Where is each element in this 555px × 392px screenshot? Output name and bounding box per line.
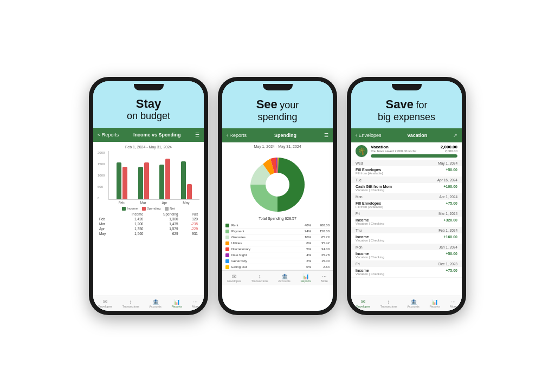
phone-1-chart-area: Feb 1, 2024 - May 31, 2024 2000 1500 100…	[93, 142, 204, 296]
table-row-feb: Feb 1,420 1,300 120	[98, 217, 199, 221]
accounts-icon-2: 🏦	[281, 273, 288, 279]
phone-2-wrapper: See yourspending ‹ Reports Spending ☰ Ma…	[218, 77, 337, 315]
phone-1-header: Stay on budget	[93, 93, 204, 128]
vacation-envelope-icon: 🌴	[356, 145, 367, 157]
savings-progress-container	[371, 154, 457, 158]
bar-feb-spending	[122, 167, 127, 199]
trans-income-feb[interactable]: Income +160.00 Vacation | Checking	[351, 233, 462, 244]
savings-name: Vacation	[371, 145, 389, 149]
nav-item-accounts-2[interactable]: 🏦 Accounts	[278, 273, 291, 283]
bar-may-income	[181, 161, 186, 199]
savings-sub-row: You have saved 2,000.00 so far 2,000.00	[371, 149, 457, 153]
spending-row-eatingout: Eating Out 0% 2.64	[225, 264, 330, 270]
trans-fill-envelopes-1-sub: Fill from [Available]	[356, 172, 457, 175]
bar-group-mar	[138, 162, 149, 199]
bar-may-spending	[187, 184, 192, 199]
legend-spending: Spending	[142, 207, 160, 211]
legend-income: Income	[122, 207, 138, 211]
phone-2-content: ‹ Reports Spending ☰ May 1, 2024 - May 3…	[222, 128, 333, 311]
svg-point-0	[266, 173, 289, 197]
nav-item-transactions-2[interactable]: ↕ Transactions	[251, 273, 268, 283]
table-row-mar: Mar 1,200 1,435 -235	[98, 221, 199, 226]
trans-fill-envelopes-2-sub: Fill from [Available]	[356, 205, 457, 208]
spending-row-discretionary: Discretionary 5% 34.00	[225, 246, 330, 252]
savings-header-row: 🌴 Vacation 2,000.00 You have saved 2,000…	[356, 145, 457, 158]
reports-icon-1: 📊	[173, 299, 180, 304]
phone-3-content: ‹ Envelopes Vacation ↗ 🌴 Vacation 2,000.…	[351, 128, 462, 311]
nav-item-accounts-1[interactable]: 🏦 Accounts	[149, 299, 162, 308]
savings-title-row: Vacation 2,000.00	[371, 145, 457, 149]
transactions-icon-1: ↕	[127, 299, 134, 304]
savings-header: 🌴 Vacation 2,000.00 You have saved 2,000…	[351, 142, 462, 160]
income-spending-table: Income Spending Net Feb 1,420 1,300	[98, 212, 199, 236]
chart-legend: Income Spending Net	[98, 207, 199, 211]
phone-1-normal: on budget	[127, 110, 170, 121]
transactions-icon-3: ↕	[385, 299, 392, 304]
spending-row-utilities: Utilities 6% 35.42	[225, 240, 330, 246]
notch-bar-3	[351, 81, 462, 93]
calendar-icon-1: ☰	[195, 132, 199, 138]
x-axis-labels: Feb Mar Apr May	[108, 200, 199, 205]
phone-3-nav-back[interactable]: ‹ Envelopes	[356, 133, 382, 138]
savings-saved: 2,000.00	[445, 149, 457, 153]
nav-item-transactions-1[interactable]: ↕ Transactions	[122, 299, 139, 308]
phone-2-bold: See	[256, 97, 278, 111]
phone-3-nav-title: Vacation	[382, 133, 453, 138]
nav-item-reports-1[interactable]: 📊 Reports	[171, 299, 182, 308]
nav-item-more-3[interactable]: ··· More	[450, 299, 457, 308]
phone-2-nav: ‹ Reports Spending ☰	[222, 128, 333, 142]
color-dot-groceries	[225, 236, 229, 239]
trans-income-jan[interactable]: Income +50.00 Vacation | Checking	[351, 250, 462, 261]
legend-dot-income	[122, 207, 126, 211]
bar-apr-income	[159, 165, 164, 199]
trans-group-thu-feb: Thu Feb 1, 2024	[351, 227, 462, 233]
bar-mar-income	[138, 167, 143, 199]
trans-group-fri-dec: Fri Dec 1, 2023	[351, 261, 462, 267]
savings-progress-fill	[371, 154, 457, 158]
accounts-icon-1: 🏦	[152, 299, 159, 304]
nav-item-reports-3[interactable]: 📊 Reports	[429, 299, 440, 308]
trans-income-dec-sub: Vacation | Checking	[356, 272, 457, 276]
nav-item-envelopes-1[interactable]: ✉ Envelopes	[98, 299, 112, 308]
trans-income-mar[interactable]: Income +320.00 Vacation | Checking	[351, 217, 462, 227]
spending-row-generosity: Generosity 2% 15.00	[225, 258, 330, 264]
trans-group-mon-jan: Mon Jan 1, 2024	[351, 244, 462, 250]
nav-item-more-1[interactable]: ··· More	[192, 299, 199, 308]
trans-fill-envelopes-1-title: Fill Envelopes +50.00	[356, 168, 457, 172]
nav-item-accounts-3[interactable]: 🏦 Accounts	[407, 299, 420, 308]
phone-1-nav-back[interactable]: < Reports	[98, 132, 119, 138]
trans-fill-envelopes-2-title: Fill Envelopes +75.00	[356, 201, 457, 205]
bar-mar-spending	[144, 162, 149, 199]
more-icon-3: ···	[450, 299, 456, 304]
nav-item-more-2[interactable]: ··· More	[321, 273, 328, 283]
trans-group-tue: Tue Apr 16, 2024	[351, 177, 462, 183]
spending-row-rent: Rent 48% 300.00	[225, 223, 330, 228]
phone-2-nav-back[interactable]: ‹ Reports	[227, 133, 247, 138]
trans-income-dec[interactable]: Income +75.00 Vacation | Checking	[351, 267, 462, 278]
phone-1-wrapper: Stay on budget < Reports Income vs Spend…	[89, 77, 208, 315]
pie-chart-container	[222, 151, 333, 217]
nav-item-envelopes-3[interactable]: ✉ Envelopes	[356, 299, 370, 308]
bottom-nav-2: ✉ Envelopes ↕ Transactions 🏦 Accounts	[222, 270, 333, 285]
envelope-icon-3: ✉	[360, 299, 366, 304]
phone-1-screen: Stay on budget < Reports Income vs Spend…	[93, 81, 204, 311]
spending-row-payment: Payment 24% 150.00	[225, 228, 330, 234]
reports-icon-2: 📊	[302, 273, 309, 279]
trans-group-fri-mar: Fri Mar 1, 2024	[351, 211, 462, 217]
trans-fill-envelopes-2[interactable]: Fill Envelopes +75.00 Fill from [Availab…	[351, 200, 462, 211]
trans-income-feb-title: Income +160.00	[356, 235, 457, 239]
trans-group-mon-apr: Mon Apr 1, 2024	[351, 194, 462, 200]
trans-fill-envelopes-1[interactable]: Fill Envelopes +50.00 Fill from [Availab…	[351, 166, 462, 177]
phone-1-nav-title: Income vs Spending	[119, 132, 195, 138]
phone-3-bold: Save	[386, 97, 414, 111]
phone-1-nav: < Reports Income vs Spending ☰	[93, 128, 204, 142]
trans-cash-gift[interactable]: Cash Gift from Mom +100.00 Vacation | Ch…	[351, 183, 462, 194]
nav-item-reports-2[interactable]: 📊 Reports	[300, 273, 311, 283]
calendar-icon-2: ☰	[324, 133, 328, 138]
nav-item-transactions-3[interactable]: ↕ Transactions	[380, 299, 397, 308]
transactions-icon-2: ↕	[256, 273, 263, 279]
spending-row-groceries: Groceries 10% 65.73	[225, 234, 330, 240]
nav-item-envelopes-2[interactable]: ✉ Envelopes	[227, 273, 241, 283]
phone-1: Stay on budget < Reports Income vs Spend…	[89, 77, 208, 315]
bar-group-apr	[159, 159, 170, 199]
